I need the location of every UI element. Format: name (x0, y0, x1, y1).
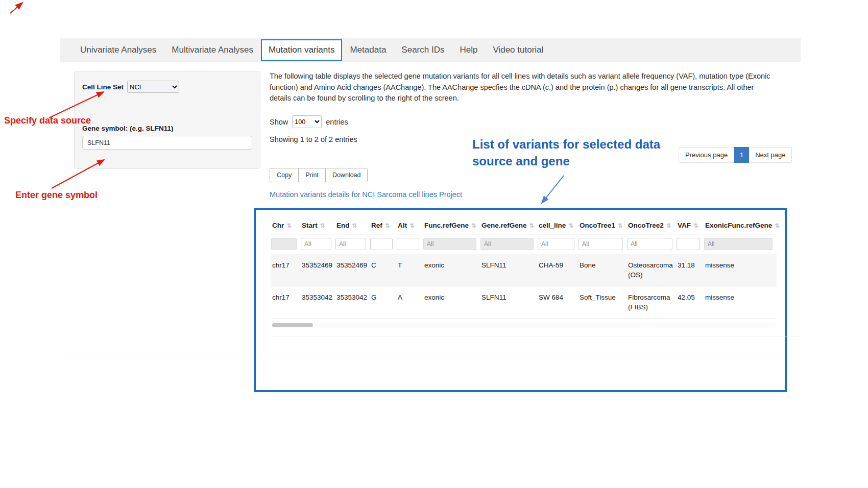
page-length-select[interactable]: 100 (292, 115, 322, 128)
table-cell: 35352469 (335, 254, 370, 286)
sort-icon: ⇅ (409, 223, 415, 229)
filter-cell (335, 234, 370, 254)
table-cell: T (397, 254, 423, 286)
table-caption: Mutation variants details for NCI Sarcom… (270, 190, 462, 199)
column-label: Ref (371, 222, 382, 229)
column-label: Gene.refGene (481, 222, 527, 229)
filter-cell (578, 234, 627, 254)
column-label: ExonicFunc.refGene (705, 222, 772, 229)
filter-cell (538, 234, 578, 254)
input-panel: Cell Line Set NCI Gene symbol: (e.g. SLF… (74, 71, 260, 169)
tab-help[interactable]: Help (452, 40, 485, 60)
column-label: End (336, 222, 350, 229)
show-entries-control: Show 100 entries (270, 115, 348, 128)
column-label: VAF (678, 222, 691, 229)
table-cell: chr17 (271, 286, 301, 319)
sort-icon: ⇅ (352, 223, 357, 229)
filter-cell (423, 234, 480, 254)
variants-table: Chr⇅Start⇅End⇅Ref⇅Alt⇅Func.refGene⇅Gene.… (271, 217, 777, 319)
next-page-button[interactable]: Next page (749, 147, 792, 163)
export-buttons: CopyPrintDownload (270, 168, 368, 182)
table-cell: A (397, 286, 423, 319)
column-filter-ref[interactable] (370, 238, 393, 250)
column-filter-func-refgene[interactable] (423, 238, 476, 250)
table-cell: C (370, 254, 397, 286)
column-header-end[interactable]: End⇅ (335, 217, 370, 234)
column-header-chr[interactable]: Chr⇅ (271, 217, 301, 234)
table-cell: missense (704, 254, 777, 286)
table-cell: SLFN11 (480, 286, 538, 319)
sort-icon: ⇅ (385, 223, 390, 229)
sort-icon: ⇅ (529, 223, 535, 229)
filter-cell (677, 234, 704, 254)
sort-icon: ⇅ (618, 223, 623, 229)
print-button[interactable]: Print (298, 168, 326, 182)
table-cell: exonic (423, 254, 480, 286)
filter-cell (301, 234, 335, 254)
column-filter-exonicfunc-refgene[interactable] (704, 238, 773, 250)
column-header-func-refgene[interactable]: Func.refGene⇅ (423, 217, 480, 234)
column-header-vaf[interactable]: VAF⇅ (677, 217, 704, 234)
column-filter-cell-line[interactable] (538, 238, 574, 250)
table-cell: chr17 (271, 254, 301, 286)
table-cell: missense (704, 286, 777, 319)
page-divider (60, 356, 254, 356)
column-header-oncotree2[interactable]: OncoTree2⇅ (627, 217, 677, 234)
gene-symbol-label: Gene symbol: (e.g. SLFN11) (82, 125, 252, 132)
column-filter-chr[interactable] (271, 238, 297, 250)
column-filter-oncotree2[interactable] (627, 238, 672, 250)
column-label: Func.refGene (424, 222, 469, 229)
tab-multivariate-analyses[interactable]: Multivariate Analyses (164, 40, 261, 60)
column-filter-alt[interactable] (397, 238, 419, 250)
column-filter-vaf[interactable] (677, 238, 700, 250)
column-filter-end[interactable] (335, 238, 366, 250)
sort-icon: ⇅ (320, 223, 325, 229)
table-cell: CHA-59 (538, 254, 578, 286)
sort-icon: ⇅ (568, 223, 573, 229)
column-header-alt[interactable]: Alt⇅ (397, 217, 423, 234)
table-cell: exonic (423, 286, 480, 319)
table-cell: 31.18 (677, 254, 704, 286)
tab-search-ids[interactable]: Search IDs (394, 40, 452, 60)
column-header-ref[interactable]: Ref⇅ (370, 217, 397, 234)
specify-data-source-note: Specify data source (4, 115, 91, 126)
show-label: Show (270, 118, 288, 126)
table-row: chr173535246935352469CTexonicSLFN11CHA-5… (271, 254, 777, 286)
horizontal-scrollbar (271, 323, 777, 328)
tab-mutation-variants[interactable]: Mutation variants (261, 39, 342, 61)
table-cell: SLFN11 (480, 254, 538, 286)
column-header-exonicfunc-refgene[interactable]: ExonicFunc.refGene⇅ (704, 217, 777, 234)
horizontal-scrollbar-thumb[interactable] (272, 323, 313, 327)
sort-icon: ⇅ (693, 223, 698, 229)
filter-cell (480, 234, 538, 254)
table-cell: 35352469 (301, 254, 335, 286)
column-label: Chr (272, 222, 284, 229)
table-bottom-divider (271, 336, 800, 336)
tab-univariate-analyses[interactable]: Univariate Analyses (73, 40, 164, 60)
column-header-gene-refgene[interactable]: Gene.refGene⇅ (480, 217, 538, 234)
table-header-row: Chr⇅Start⇅End⇅Ref⇅Alt⇅Func.refGene⇅Gene.… (271, 217, 777, 234)
column-header-start[interactable]: Start⇅ (301, 217, 335, 234)
column-filter-start[interactable] (301, 238, 331, 250)
column-filter-oncotree1[interactable] (578, 238, 623, 250)
column-filter-gene-refgene[interactable] (480, 238, 534, 250)
table-cell: G (370, 286, 397, 319)
cell-line-set-select[interactable]: NCI (127, 81, 179, 93)
column-header-cell-line[interactable]: cell_line⇅ (538, 217, 578, 234)
table-cell: Bone (578, 254, 627, 286)
list-of-variants-arrow (542, 176, 564, 203)
tab-video-tutorial[interactable]: Video tutorial (485, 40, 551, 60)
table-cell: Fibrosarcoma (FIBS) (627, 286, 677, 319)
current-page-button[interactable]: 1 (734, 147, 749, 163)
download-button[interactable]: Download (325, 168, 368, 182)
column-label: Start (302, 222, 318, 229)
previous-page-button[interactable]: Previous page (679, 147, 734, 163)
copy-button[interactable]: Copy (270, 168, 299, 182)
column-header-oncotree1[interactable]: OncoTree1⇅ (578, 217, 627, 234)
filter-cell (271, 234, 301, 254)
tab-metadata[interactable]: Metadata (342, 40, 394, 60)
sort-icon: ⇅ (775, 223, 780, 229)
column-label: OncoTree2 (628, 222, 664, 229)
gene-symbol-input[interactable] (82, 136, 252, 150)
page-divider-inner (256, 356, 785, 356)
